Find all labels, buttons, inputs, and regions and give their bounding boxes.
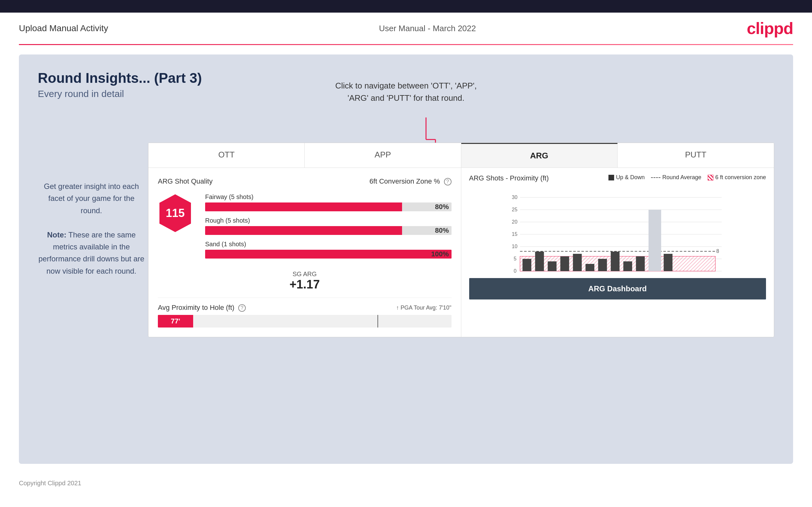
proximity-label: Avg Proximity to Hole (ft) ?	[158, 303, 246, 312]
chart-legend: Up & Down Round Average 6 ft conversion …	[608, 174, 766, 181]
panel-row-header: ARG Shot Quality 6ft Conversion Zone % ?	[158, 177, 452, 185]
svg-text:20: 20	[512, 219, 517, 225]
sg-label: SG ARG	[158, 271, 452, 278]
svg-rect-24	[522, 259, 531, 271]
footer: Copyright Clippd 2021	[0, 473, 812, 493]
header-divider	[19, 44, 793, 45]
navigate-hint: Click to navigate between 'OTT', 'APP', …	[335, 80, 477, 104]
hexagon-container: 115 Fairway (5 shots) 80% Rough (5 s	[158, 193, 452, 264]
svg-text:5: 5	[514, 256, 516, 261]
shot-quality-label: ARG Shot Quality	[158, 177, 213, 185]
top-bar	[0, 0, 812, 13]
copyright: Copyright Clippd 2021	[19, 480, 81, 487]
svg-rect-35	[664, 254, 672, 271]
sg-section: SG ARG +1.17	[158, 271, 452, 291]
legend-conversion-zone: 6 ft conversion zone	[708, 174, 766, 181]
svg-rect-28	[573, 254, 582, 271]
note-label: Note:	[47, 230, 66, 239]
proximity-section: Avg Proximity to Hole (ft) ? ↑ PGA Tour …	[158, 297, 452, 328]
left-panel: ARG Shot Quality 6ft Conversion Zone % ?…	[148, 168, 461, 337]
arg-dashboard-btn[interactable]: ARG Dashboard	[469, 278, 766, 299]
header-center: User Manual - March 2022	[379, 23, 476, 34]
svg-rect-33	[636, 256, 645, 271]
svg-text:0: 0	[514, 268, 516, 274]
svg-rect-26	[548, 261, 556, 271]
upload-title: Upload Manual Activity	[19, 23, 108, 34]
bar-rough: Rough (5 shots) 80%	[205, 217, 452, 235]
sg-value: +1.17	[158, 278, 452, 291]
cursor-line	[377, 315, 378, 328]
logo: clippd	[747, 19, 793, 38]
right-panel: ARG Shots - Proximity (ft) Up & Down Rou…	[461, 168, 774, 337]
svg-rect-25	[535, 251, 544, 271]
header-left: Upload Manual Activity	[19, 23, 108, 34]
svg-rect-29	[586, 264, 594, 271]
bar-sand: Sand (1 shots) 100%	[205, 240, 452, 259]
chart-svg: 0 5 10 15 20 25 30	[469, 186, 766, 274]
svg-rect-31	[611, 251, 619, 271]
card-body: ARG Shot Quality 6ft Conversion Zone % ?…	[148, 168, 774, 337]
tab-app[interactable]: APP	[305, 143, 461, 168]
hexagon-value: 115	[166, 207, 185, 220]
header: Upload Manual Activity User Manual - Mar…	[0, 13, 812, 44]
svg-rect-32	[623, 261, 632, 271]
legend-round-avg: Round Average	[651, 174, 701, 181]
tab-bar: OTT APP ARG PUTT	[148, 143, 774, 168]
insights-card: OTT APP ARG PUTT ARG Shot Quality 6ft Co…	[148, 143, 774, 337]
svg-rect-27	[560, 256, 569, 271]
pga-avg-label: ↑ PGA Tour Avg: 7'10"	[396, 304, 451, 311]
legend-up-down: Up & Down	[608, 174, 645, 181]
svg-rect-34	[649, 210, 661, 271]
proximity-header: Avg Proximity to Hole (ft) ? ↑ PGA Tour …	[158, 303, 452, 312]
tab-ott[interactable]: OTT	[148, 143, 305, 168]
bar-fairway: Fairway (5 shots) 80%	[205, 193, 452, 211]
chart-area: 0 5 10 15 20 25 30	[469, 186, 766, 274]
bars-container: Fairway (5 shots) 80% Rough (5 shots) 80…	[205, 193, 452, 264]
tab-arg[interactable]: ARG	[461, 143, 618, 168]
conversion-label: 6ft Conversion Zone % ?	[370, 177, 452, 185]
svg-text:15: 15	[512, 231, 517, 237]
svg-text:25: 25	[512, 207, 517, 212]
proximity-help-icon[interactable]: ?	[238, 304, 246, 312]
chart-title: ARG Shots - Proximity (ft)	[469, 174, 549, 182]
hexagon-score: 115	[158, 193, 193, 233]
main-content: Round Insights... (Part 3) Every round i…	[19, 54, 793, 464]
proximity-value: 77'	[171, 317, 180, 325]
svg-text:30: 30	[512, 194, 517, 200]
svg-text:8: 8	[716, 248, 719, 254]
help-icon[interactable]: ?	[444, 178, 452, 185]
svg-rect-30	[598, 259, 607, 271]
insight-text: Get greater insight into each facet of y…	[38, 180, 145, 277]
tab-putt[interactable]: PUTT	[618, 143, 774, 168]
svg-text:10: 10	[512, 244, 517, 249]
proximity-bar: 77'	[158, 315, 452, 328]
chart-header: ARG Shots - Proximity (ft) Up & Down Rou…	[469, 174, 766, 182]
